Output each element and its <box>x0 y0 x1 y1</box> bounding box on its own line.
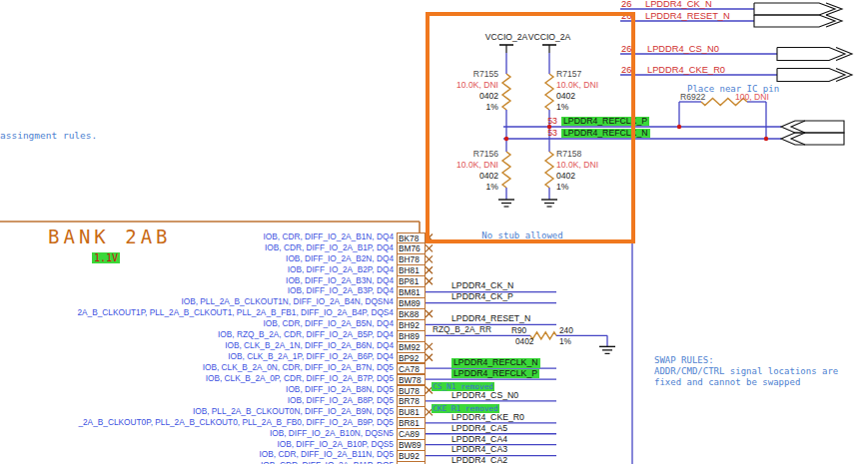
pin-function-label: IOB, DIFF_IO_2A_B8N, DQ5 <box>286 385 394 395</box>
pin-function-label: IOB, DIFF_IO_2A_B2N, DQ4 <box>286 254 394 264</box>
pin-net-label[interactable]: LPDDR4_RESET_N <box>451 314 530 324</box>
pin-net-label[interactable]: LPDDR4_CA2 <box>451 456 507 464</box>
pin-function-label: IOB, DIFF_IO_2A_B10P, DQS5 <box>277 440 394 450</box>
pin-function-label: 2A_B_CLKOUT1P, PLL_2A_B_CLKOUT1, PLL_2A_… <box>77 308 394 318</box>
pin-function-label: IOB, CDR, DIFF_IO_2A_B11N, DQ5 <box>260 450 394 460</box>
resistor-ref[interactable]: R90 <box>511 326 526 335</box>
pin-net-label[interactable]: LPDDR4_REFCLK_N <box>451 358 540 368</box>
pin-function-label: IOB, CDR, DIFF_IO_2A_B1N, DQ4 <box>264 232 394 242</box>
pin-net-label[interactable]: LPDDR4_CKE_R0 <box>451 413 524 423</box>
pin-function-label: IOB, CLK_B_2A_1P, DIFF_IO_2A_B6P, DQ4 <box>228 352 394 362</box>
resistor-footprint: 0402 <box>515 337 533 346</box>
pin-function-label: IOB, DIFF_IO_2A_B2P, DQ4 <box>288 265 394 275</box>
resistor-value: 240 <box>559 326 573 335</box>
pin-function-label: IOB, CLK_B_2A_0N, CDR, DIFF_IO_2A_B7N, D… <box>203 363 394 373</box>
pin-function-label: IOB, PLL_2A_B_CLKOUT1N, DIFF_IO_2A_B4N, … <box>181 297 394 307</box>
pin-net-label[interactable]: LPDDR4_REFCLK_P <box>451 369 539 379</box>
net-label-rzq[interactable]: RZQ_B_2A_RR <box>433 325 491 334</box>
resistor-tolerance: 1% <box>559 337 571 346</box>
pin-function-label: IOB, CLK_B_2A_0P, CDR, DIFF_IO_2A_B7P, D… <box>206 374 394 384</box>
schematic-canvas: 26 LPDDR4_CK_N 26 LPDDR4_RESET_N 26 LPDD… <box>0 0 868 464</box>
highlight-frame <box>426 12 635 243</box>
pin-function-label: IOB, CDR, DIFF_IO_2A_B5N, DQ4 <box>264 319 394 329</box>
pin-net-label[interactable]: LPDDR4_CA4 <box>451 435 507 445</box>
pin-function-label: IOB, DIFF_IO_2A_B8P, DQ5 <box>288 396 394 406</box>
pin-function-label: _2A_B_CLKOUT0P, PLL_2A_B_CLKOUT0, PLL_2A… <box>78 418 394 428</box>
pin-net-label[interactable]: LPDDR4_CK_P <box>451 292 513 302</box>
pin-net-label[interactable]: LPDDR4_CA3 <box>451 445 507 455</box>
pin-function-label: IOB, CLK_B_2A_1N, DIFF_IO_2A_B6N, DQ4 <box>225 341 394 351</box>
pin-net-label[interactable]: LPDDR4_CA5 <box>451 424 507 434</box>
pin-net-label[interactable]: LPDDR4_CK_N <box>451 281 513 291</box>
pin-function-label: IOB, CDR, DIFF_IO_2A_B1P, DQ4 <box>265 243 394 253</box>
pin-function-label: IOB, PLL_2A_B_CLKOUT0N, DIFF_IO_2A_B9N, … <box>193 407 394 417</box>
pin-function-label: IOB, DIFF_IO_2A_B10N, DQSN5 <box>270 429 394 439</box>
pin-function-label: IOB, DIFF_IO_2A_B3P, DQ4 <box>288 286 394 296</box>
pin-net-label[interactable]: LPDDR4_CS_N0 <box>451 391 518 401</box>
pin-function-label: IOB, DIFF_IO_2A_B3N, DQ4 <box>286 276 394 286</box>
pin-function-label: IOB, RZQ_B_2A, CDR, DIFF_IO_2A_B5P, DQ4 <box>218 330 394 340</box>
